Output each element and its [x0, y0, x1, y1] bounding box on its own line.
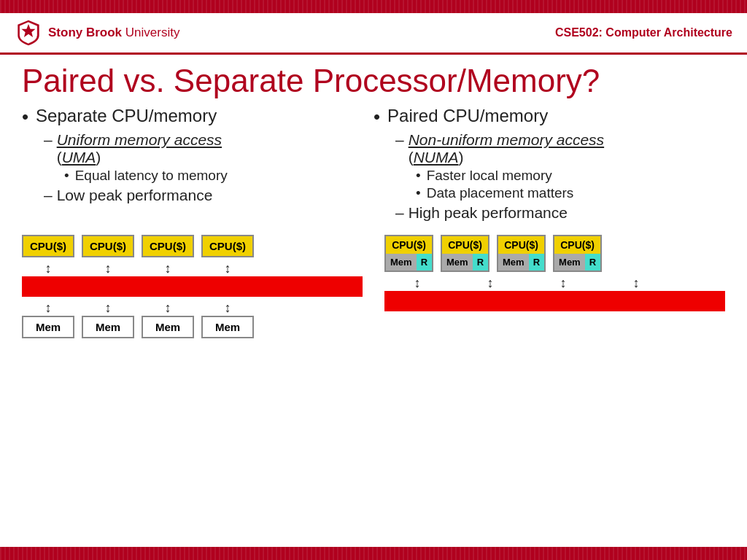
uma-arrow-2: ↕	[82, 262, 134, 275]
course-title: CSE502: Computer Architecture	[555, 26, 732, 39]
numa-arrow-1: ↕	[384, 276, 450, 289]
numa-cpu-4: CPU($) Mem R	[553, 235, 602, 272]
top-decorative-bar	[0, 0, 747, 13]
numa-cpu-3: CPU($) Mem R	[497, 235, 546, 272]
diagrams-area: CPU($) CPU($) CPU($) CPU($) ↕ ↕ ↕ ↕ ↕	[0, 225, 747, 338]
numa-arrow-2: ↕	[457, 276, 523, 289]
right-dash-performance: High peak performance	[395, 204, 718, 222]
left-dash-performance: Low peak performance	[44, 187, 366, 204]
left-sub-sub-list: Equal latency to memory	[44, 168, 366, 184]
uma-diagram: CPU($) CPU($) CPU($) CPU($) ↕ ↕ ↕ ↕ ↕	[22, 235, 363, 338]
bottom-decorative-bar	[0, 547, 747, 560]
uma-arrow-mem-3: ↕	[142, 301, 194, 314]
numa-arrow-4: ↕	[603, 276, 669, 289]
header: Stony Brook University CSE502: Computer …	[0, 13, 747, 55]
numa-bus-bar	[384, 291, 725, 311]
uma-cpu-2: CPU($)	[82, 235, 134, 257]
slide-title: Paired vs. Separate Processor/Memory?	[0, 55, 747, 106]
right-dot-placement: Data placement matters	[416, 185, 718, 201]
uma-arrows-down: ↕ ↕ ↕ ↕	[22, 262, 363, 275]
content-area: Separate CPU/memory Uniform memory acces…	[0, 106, 747, 225]
numa-label: Non-uniform memory access	[409, 131, 604, 148]
numa-diagram: CPU($) Mem R CPU($) Mem R CPU($) Mem R	[384, 235, 725, 338]
uma-arrow-3: ↕	[142, 262, 194, 275]
right-dash-numa: Non-uniform memory access (NUMA)	[395, 131, 718, 166]
numa-cpu-1: CPU($) Mem R	[384, 235, 433, 272]
uma-paren: (UMA)	[57, 149, 101, 166]
numa-cpu-2: CPU($) Mem R	[441, 235, 489, 272]
left-column: Separate CPU/memory Uniform memory acces…	[22, 106, 374, 225]
uma-arrow-mem-4: ↕	[201, 301, 254, 314]
numa-arrow-3: ↕	[530, 276, 596, 289]
uma-cpu-4: CPU($)	[201, 235, 254, 257]
left-dot-latency: Equal latency to memory	[64, 168, 366, 184]
right-column: Paired CPU/memory Non-uniform memory acc…	[374, 106, 725, 225]
uma-arrows-mem: ↕ ↕ ↕ ↕	[22, 301, 363, 314]
uma-cpu-row: CPU($) CPU($) CPU($) CPU($)	[22, 235, 363, 257]
numa-paren: (NUMA)	[409, 149, 464, 166]
uma-mem-4: Mem	[201, 316, 254, 338]
uma-cpu-3: CPU($)	[142, 235, 194, 257]
logo-area: Stony Brook University	[15, 19, 179, 47]
uma-arrow-mem-1: ↕	[22, 301, 74, 314]
uma-label: Uniform memory access	[57, 131, 222, 148]
uma-cpu-1: CPU($)	[22, 235, 74, 257]
university-shield-icon	[15, 19, 42, 47]
uma-mem-row: Mem Mem Mem Mem	[22, 316, 363, 338]
numa-cpu-row: CPU($) Mem R CPU($) Mem R CPU($) Mem R	[384, 235, 725, 272]
uma-mem-2: Mem	[82, 316, 134, 338]
left-main-bullet: Separate CPU/memory	[22, 106, 366, 128]
right-sub-list: Non-uniform memory access (NUMA) Faster …	[374, 131, 718, 222]
university-name: Stony Brook University	[48, 26, 179, 40]
uma-bus-bar	[22, 276, 363, 297]
left-sub-list: Uniform memory access (UMA) Equal latenc…	[22, 131, 366, 204]
uma-mem-1: Mem	[22, 316, 74, 338]
numa-arrows-down: ↕ ↕ ↕ ↕	[384, 276, 725, 289]
uma-arrow-mem-2: ↕	[82, 301, 134, 314]
right-dot-local: Faster local memory	[416, 168, 718, 184]
left-dash-uma: Uniform memory access (UMA)	[44, 131, 366, 166]
uma-mem-3: Mem	[142, 316, 194, 338]
uma-arrow-1: ↕	[22, 262, 74, 275]
uma-arrow-4: ↕	[201, 262, 254, 275]
right-main-bullet: Paired CPU/memory	[374, 106, 718, 128]
right-sub-sub-list: Faster local memory Data placement matte…	[395, 168, 718, 201]
